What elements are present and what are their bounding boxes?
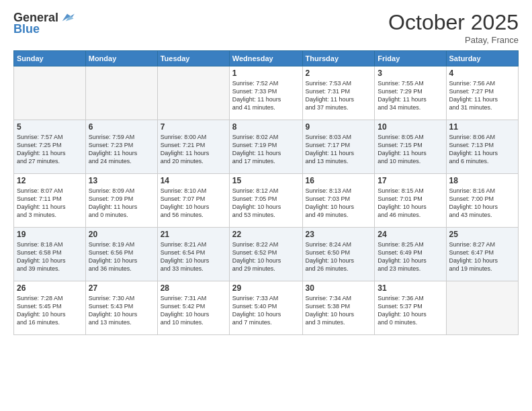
calendar-cell: 4Sunrise: 7:56 AM Sunset: 7:27 PM Daylig… (446, 66, 518, 120)
calendar-cell: 31Sunrise: 7:36 AM Sunset: 5:37 PM Dayli… (375, 281, 446, 335)
day-info: Sunrise: 8:25 AM Sunset: 6:49 PM Dayligh… (378, 240, 443, 273)
calendar-cell: 9Sunrise: 8:03 AM Sunset: 7:17 PM Daylig… (302, 120, 375, 174)
day-info: Sunrise: 8:19 AM Sunset: 6:56 PM Dayligh… (89, 240, 154, 273)
day-info: Sunrise: 8:24 AM Sunset: 6:50 PM Dayligh… (306, 240, 372, 273)
calendar-week-5: 26Sunrise: 7:28 AM Sunset: 5:45 PM Dayli… (14, 281, 519, 335)
day-info: Sunrise: 8:27 AM Sunset: 6:47 PM Dayligh… (449, 240, 515, 273)
day-info: Sunrise: 7:28 AM Sunset: 5:45 PM Dayligh… (17, 294, 83, 327)
logo-icon (60, 10, 75, 25)
day-info: Sunrise: 8:10 AM Sunset: 7:07 PM Dayligh… (161, 187, 226, 220)
day-info: Sunrise: 8:05 AM Sunset: 7:15 PM Dayligh… (378, 133, 443, 166)
day-info: Sunrise: 8:18 AM Sunset: 6:58 PM Dayligh… (17, 240, 83, 273)
calendar-cell: 15Sunrise: 8:12 AM Sunset: 7:05 PM Dayli… (229, 174, 302, 228)
day-number: 5 (17, 122, 83, 132)
header-wednesday: Wednesday (229, 51, 302, 66)
day-info: Sunrise: 7:33 AM Sunset: 5:40 PM Dayligh… (232, 294, 300, 327)
calendar-cell: 16Sunrise: 8:13 AM Sunset: 7:03 PM Dayli… (302, 174, 375, 228)
day-info: Sunrise: 7:36 AM Sunset: 5:37 PM Dayligh… (378, 294, 443, 327)
day-info: Sunrise: 7:56 AM Sunset: 7:27 PM Dayligh… (449, 79, 515, 112)
header-sunday: Sunday (14, 51, 86, 66)
day-number: 26 (17, 283, 83, 293)
day-number: 25 (449, 230, 515, 239)
calendar-cell (14, 66, 86, 120)
day-info: Sunrise: 8:07 AM Sunset: 7:11 PM Dayligh… (17, 187, 83, 220)
header-friday: Friday (375, 51, 446, 66)
calendar-cell: 28Sunrise: 7:31 AM Sunset: 5:42 PM Dayli… (157, 281, 229, 335)
day-number: 15 (232, 176, 300, 185)
day-number: 23 (306, 230, 372, 239)
day-number: 10 (378, 122, 443, 132)
day-number: 14 (161, 176, 226, 185)
calendar-week-2: 5Sunrise: 7:57 AM Sunset: 7:25 PM Daylig… (14, 120, 519, 174)
calendar-cell: 10Sunrise: 8:05 AM Sunset: 7:15 PM Dayli… (375, 120, 446, 174)
day-info: Sunrise: 7:55 AM Sunset: 7:29 PM Dayligh… (378, 79, 443, 112)
day-info: Sunrise: 8:09 AM Sunset: 7:09 PM Dayligh… (89, 187, 154, 220)
day-number: 11 (449, 122, 515, 132)
day-info: Sunrise: 8:22 AM Sunset: 6:52 PM Dayligh… (232, 240, 300, 273)
day-info: Sunrise: 8:15 AM Sunset: 7:01 PM Dayligh… (378, 187, 443, 220)
header-tuesday: Tuesday (157, 51, 229, 66)
calendar-cell: 1Sunrise: 7:52 AM Sunset: 7:33 PM Daylig… (229, 66, 302, 120)
calendar-cell: 8Sunrise: 8:02 AM Sunset: 7:19 PM Daylig… (229, 120, 302, 174)
calendar-cell: 27Sunrise: 7:30 AM Sunset: 5:43 PM Dayli… (85, 281, 157, 335)
day-info: Sunrise: 8:21 AM Sunset: 6:54 PM Dayligh… (161, 240, 226, 273)
day-info: Sunrise: 7:59 AM Sunset: 7:23 PM Dayligh… (89, 133, 154, 166)
calendar-cell: 29Sunrise: 7:33 AM Sunset: 5:40 PM Dayli… (229, 281, 302, 335)
day-number: 13 (89, 176, 154, 185)
location: Patay, France (388, 35, 519, 45)
header-monday: Monday (85, 51, 157, 66)
day-number: 16 (306, 176, 372, 185)
day-number: 12 (17, 176, 83, 185)
calendar-cell: 7Sunrise: 8:00 AM Sunset: 7:21 PM Daylig… (157, 120, 229, 174)
day-info: Sunrise: 7:53 AM Sunset: 7:31 PM Dayligh… (306, 79, 372, 112)
day-number: 29 (232, 283, 300, 293)
day-number: 8 (232, 122, 300, 132)
day-number: 31 (378, 283, 443, 293)
calendar-cell: 20Sunrise: 8:19 AM Sunset: 6:56 PM Dayli… (85, 228, 157, 281)
day-number: 17 (378, 176, 443, 185)
day-info: Sunrise: 8:02 AM Sunset: 7:19 PM Dayligh… (232, 133, 300, 166)
calendar-cell: 12Sunrise: 8:07 AM Sunset: 7:11 PM Dayli… (14, 174, 86, 228)
day-info: Sunrise: 7:34 AM Sunset: 5:38 PM Dayligh… (306, 294, 372, 327)
day-info: Sunrise: 7:57 AM Sunset: 7:25 PM Dayligh… (17, 133, 83, 166)
header: General Blue October 2025 Patay, France (13, 10, 519, 45)
calendar-cell: 3Sunrise: 7:55 AM Sunset: 7:29 PM Daylig… (375, 66, 446, 120)
calendar-cell: 22Sunrise: 8:22 AM Sunset: 6:52 PM Dayli… (229, 228, 302, 281)
day-number: 9 (306, 122, 372, 132)
day-number: 28 (161, 283, 226, 293)
calendar-cell (446, 281, 518, 335)
day-number: 18 (449, 176, 515, 185)
day-number: 19 (17, 230, 83, 239)
day-info: Sunrise: 8:06 AM Sunset: 7:13 PM Dayligh… (449, 133, 515, 166)
day-number: 30 (306, 283, 372, 293)
day-number: 27 (89, 283, 154, 293)
day-info: Sunrise: 7:30 AM Sunset: 5:43 PM Dayligh… (89, 294, 154, 327)
calendar-cell: 19Sunrise: 8:18 AM Sunset: 6:58 PM Dayli… (14, 228, 86, 281)
month-title: October 2025 (388, 10, 519, 35)
day-info: Sunrise: 7:52 AM Sunset: 7:33 PM Dayligh… (232, 79, 300, 112)
calendar-week-1: 1Sunrise: 7:52 AM Sunset: 7:33 PM Daylig… (14, 66, 519, 120)
calendar-cell: 5Sunrise: 7:57 AM Sunset: 7:25 PM Daylig… (14, 120, 86, 174)
day-number: 3 (378, 68, 443, 78)
header-saturday: Saturday (446, 51, 518, 66)
logo: General Blue (13, 10, 75, 36)
calendar-table: Sunday Monday Tuesday Wednesday Thursday… (13, 50, 519, 335)
day-number: 22 (232, 230, 300, 239)
calendar-cell: 2Sunrise: 7:53 AM Sunset: 7:31 PM Daylig… (302, 66, 375, 120)
day-number: 20 (89, 230, 154, 239)
day-number: 7 (161, 122, 226, 132)
day-info: Sunrise: 8:16 AM Sunset: 7:00 PM Dayligh… (449, 187, 515, 220)
calendar-cell (85, 66, 157, 120)
day-info: Sunrise: 8:13 AM Sunset: 7:03 PM Dayligh… (306, 187, 372, 220)
day-info: Sunrise: 8:12 AM Sunset: 7:05 PM Dayligh… (232, 187, 300, 220)
calendar-cell: 26Sunrise: 7:28 AM Sunset: 5:45 PM Dayli… (14, 281, 86, 335)
calendar-cell: 13Sunrise: 8:09 AM Sunset: 7:09 PM Dayli… (85, 174, 157, 228)
day-number: 2 (306, 68, 372, 78)
header-thursday: Thursday (302, 51, 375, 66)
day-number: 4 (449, 68, 515, 78)
weekday-header-row: Sunday Monday Tuesday Wednesday Thursday… (14, 51, 519, 66)
calendar-cell: 24Sunrise: 8:25 AM Sunset: 6:49 PM Dayli… (375, 228, 446, 281)
calendar-cell: 14Sunrise: 8:10 AM Sunset: 7:07 PM Dayli… (157, 174, 229, 228)
day-info: Sunrise: 8:03 AM Sunset: 7:17 PM Dayligh… (306, 133, 372, 166)
day-number: 1 (232, 68, 300, 78)
